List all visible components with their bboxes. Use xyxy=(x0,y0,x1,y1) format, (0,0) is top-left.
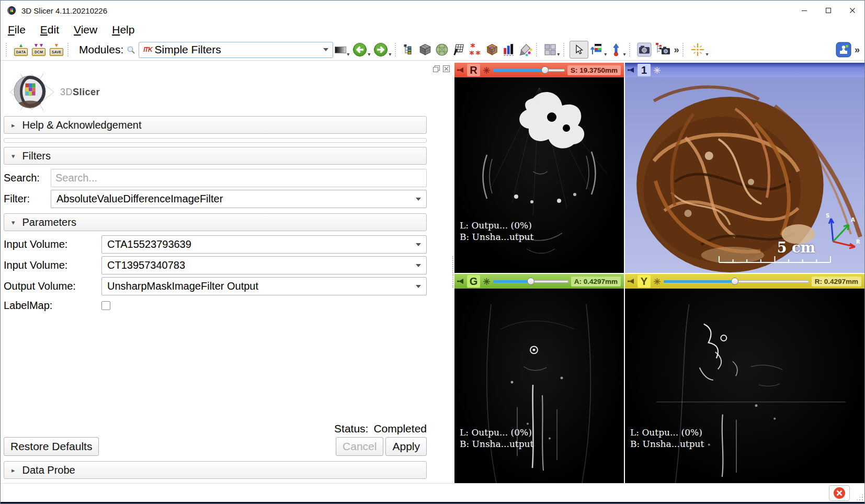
pin-icon[interactable] xyxy=(457,66,464,74)
slice-offset-slider[interactable] xyxy=(664,277,809,285)
minimize-button[interactable] xyxy=(792,1,816,20)
input-volume-1-combobox[interactable]: CTA15523793639 xyxy=(101,235,427,254)
window-resize-grip[interactable] xyxy=(856,494,863,501)
yellow-slice-controller: Y R: 0.4297mm xyxy=(625,274,864,289)
status-bar xyxy=(1,483,864,502)
status-label: Status: xyxy=(334,422,368,435)
scene-views-button[interactable] xyxy=(653,41,672,59)
slice-corner-annotation: L: Outpu... (0%) B: Unsha...utput xyxy=(630,427,704,450)
toolbar-grip xyxy=(6,43,9,56)
threed-canvas[interactable]: 5 cm S A R xyxy=(625,77,864,273)
mouse-interaction-mode-button[interactable] xyxy=(570,41,588,59)
toolbar-overflow-button[interactable]: » xyxy=(672,41,680,59)
labelmap-checkbox[interactable] xyxy=(101,301,110,310)
slice-offset-value: S: 19.3750mm xyxy=(567,65,621,75)
app-logo-icon xyxy=(6,5,17,16)
save-button[interactable]: ▼ SAVE xyxy=(48,41,65,59)
restore-defaults-button[interactable]: Restore Defaults xyxy=(4,437,99,456)
back-arrow-icon xyxy=(352,42,367,57)
place-fiducial-button[interactable]: ▾ xyxy=(608,41,627,59)
filters-section[interactable]: ▾ Filters xyxy=(4,147,427,165)
input-volume-2-combobox[interactable]: CT13957340783 xyxy=(101,256,427,274)
scene-camera-icon xyxy=(655,42,670,57)
slider-handle[interactable] xyxy=(731,278,738,285)
annotations-grid-icon xyxy=(452,43,465,56)
chevrons-right-icon: » xyxy=(674,44,679,55)
module-forward-button[interactable]: ▾ xyxy=(372,41,393,59)
slice-menu-star-icon[interactable] xyxy=(483,66,491,74)
panel-float-icon[interactable] xyxy=(433,65,440,72)
slicer-window: 3D Slicer 4.11.20210226 File Edit View H… xyxy=(0,0,865,504)
extensions-manager-button[interactable] xyxy=(834,41,853,59)
error-log-button[interactable] xyxy=(829,485,850,501)
help-acknowledgement-section[interactable]: ▸ Help & Acknowledgement xyxy=(4,116,427,134)
segment-editor-module-button[interactable] xyxy=(517,41,534,59)
window-level-adjust-button[interactable]: ▾ xyxy=(588,41,608,59)
slicer-logo: 3DSlicer xyxy=(5,71,427,113)
load-dicom-button[interactable]: ▼▼ DCM xyxy=(30,41,48,59)
screenshot-button[interactable] xyxy=(635,41,653,59)
maximize-button[interactable] xyxy=(816,1,840,20)
charts-module-button[interactable] xyxy=(500,41,517,59)
slice-offset-slider[interactable] xyxy=(493,277,568,285)
maximize-icon xyxy=(825,7,832,14)
slice-menu-star-icon[interactable] xyxy=(483,278,491,285)
module-back-button[interactable]: ▾ xyxy=(351,41,372,59)
camera-icon xyxy=(637,42,652,57)
labelmap-label: LabelMap: xyxy=(4,300,101,312)
filter-label: Filter: xyxy=(4,193,51,205)
parameters-section[interactable]: ▾ Parameters xyxy=(4,213,427,231)
collapsed-section-strip xyxy=(4,138,427,143)
cancel-button[interactable]: Cancel xyxy=(336,437,383,456)
pin-icon[interactable] xyxy=(457,278,464,285)
data-module-button[interactable] xyxy=(401,41,417,59)
scale-ruler: 5 cm xyxy=(719,239,831,266)
slider-handle[interactable] xyxy=(541,66,549,74)
layout-selector-button[interactable]: ▾ xyxy=(542,41,561,59)
markups-module-button[interactable] xyxy=(467,41,484,59)
threed-view: 1 xyxy=(625,63,864,273)
view-menu-star-icon[interactable] xyxy=(653,66,661,74)
slice-offset-slider[interactable] xyxy=(493,66,565,74)
menu-file[interactable]: File xyxy=(8,24,26,36)
module-search-icon[interactable] xyxy=(127,45,135,54)
search-input[interactable] xyxy=(51,169,427,187)
window-bottom-edge xyxy=(1,502,864,503)
filter-combobox[interactable]: AbsoluteValueDifferenceImageFilter xyxy=(51,190,427,208)
pin-icon[interactable] xyxy=(627,278,635,285)
module-panel: 3DSlicer ▸ Help & Acknowledgement ▾ Filt… xyxy=(1,61,451,483)
module-selector-combobox[interactable]: ITK Simple Filters xyxy=(139,42,333,58)
pin-icon[interactable] xyxy=(627,66,635,74)
data-probe-section[interactable]: ▸ Data Probe xyxy=(4,461,427,479)
slider-handle[interactable] xyxy=(527,278,534,285)
down-arrows-icon: ▼▼ xyxy=(33,43,44,48)
menu-view[interactable]: View xyxy=(74,24,97,36)
red-slice-canvas[interactable]: L: Outpu... (0%) B: Unsha...utput xyxy=(454,77,624,273)
volumes-module-button[interactable] xyxy=(417,41,434,59)
toolbar-grip xyxy=(536,43,539,56)
menu-help[interactable]: Help xyxy=(112,24,134,36)
annotations-module-button[interactable] xyxy=(450,41,467,59)
green-slice-canvas[interactable]: L: Outpu... (0%) B: Unsha...utput xyxy=(454,289,624,483)
panel-close-icon[interactable] xyxy=(443,65,450,72)
slice-menu-star-icon[interactable] xyxy=(653,278,661,285)
apply-button[interactable]: Apply xyxy=(385,437,427,456)
yellow-slice-canvas[interactable]: L: Outpu... (0%) B: Unsha...utput xyxy=(625,289,864,483)
crosshair-icon xyxy=(690,42,705,57)
input-volume-1-label: Input Volume: xyxy=(4,238,101,250)
models-module-button[interactable] xyxy=(434,41,450,59)
crosshair-button[interactable]: ▾ xyxy=(689,41,710,59)
transforms-module-button[interactable] xyxy=(484,41,500,59)
output-volume-combobox[interactable]: UnsharpMaskImageFilter Output xyxy=(101,277,427,295)
module-history-button[interactable]: ▾ xyxy=(333,41,351,59)
window-title: 3D Slicer 4.11.20210226 xyxy=(21,6,107,15)
subject-hierarchy-icon xyxy=(403,43,415,56)
chevron-right-icon: ▸ xyxy=(12,121,15,129)
menu-edit[interactable]: Edit xyxy=(40,24,59,36)
toolbar-overflow-right-button[interactable]: » xyxy=(853,41,861,59)
folder-icon: DATA xyxy=(14,48,28,56)
close-button[interactable] xyxy=(840,1,864,20)
load-data-button[interactable]: ▲ DATA xyxy=(12,41,30,59)
green-slice-view: G A: 0.4297mm xyxy=(454,274,624,483)
coronal-slice-image xyxy=(454,289,624,483)
